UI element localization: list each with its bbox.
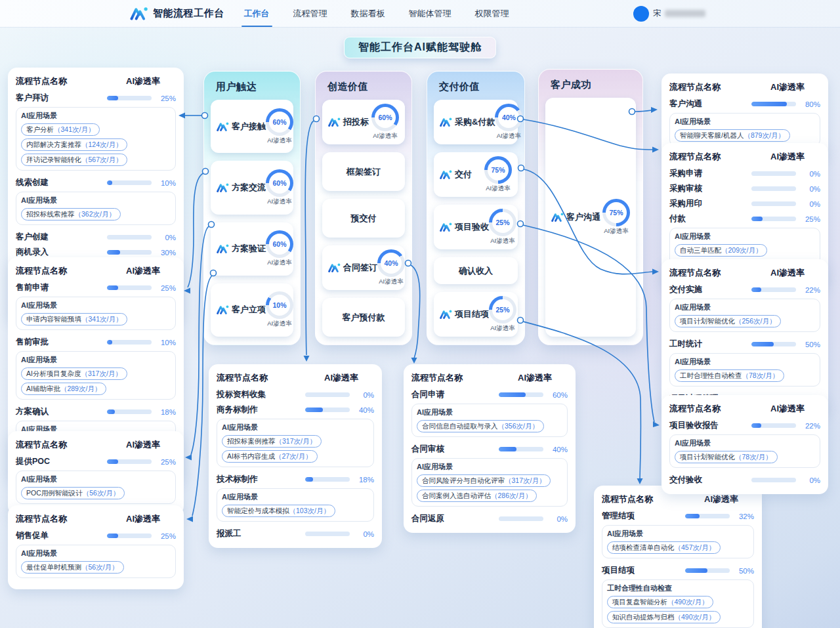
rate-bar-track xyxy=(751,186,796,191)
tag-name: 合同信息自动提取与录入 xyxy=(422,422,498,430)
tag-name: 项目复盘智能分析 xyxy=(612,598,667,606)
stage-card[interactable]: 预交付 xyxy=(322,199,405,238)
stage-card[interactable]: 交付75%AI渗透率 xyxy=(434,152,518,197)
progress-ring: 60% xyxy=(371,104,399,131)
rate-bar-fill xyxy=(685,514,700,518)
rate-percent: 25% xyxy=(156,458,176,466)
avatar[interactable] xyxy=(633,6,649,22)
process-node-row: 客户沟通80% xyxy=(669,96,820,112)
rate-bar-track xyxy=(107,235,152,240)
ai-scenario-tag[interactable]: 项目复盘智能分析（490次/月） xyxy=(607,596,713,608)
ring-label: AI渗透率 xyxy=(490,324,514,333)
ai-scenario-tags: POC用例智能设计（56次/月） xyxy=(21,487,171,499)
ai-scenario-tag[interactable]: 招投标线索推荐（362次/月） xyxy=(21,208,121,220)
tag-count: （209次/月） xyxy=(721,246,762,254)
tag-count: （317次/月） xyxy=(276,437,316,445)
node-name: 售前申请 xyxy=(16,282,49,293)
ai-scenario-tag[interactable]: 合同风险评分与自动化评审（317次/月） xyxy=(417,474,551,487)
rate-bar-fill xyxy=(751,423,761,428)
ai-scenario-tag[interactable]: 最佳促单时机预测（56次/月） xyxy=(21,561,124,574)
ai-scenario-tag[interactable]: 知识自动提炼与归档（490次/月） xyxy=(607,611,721,623)
stage-card[interactable]: 采购&付款40%AI渗透率 xyxy=(434,100,518,144)
ai-rate-column-label: AI渗透率 xyxy=(126,439,160,451)
ai-scenario-tag[interactable]: AI辅助审批（289次/月） xyxy=(21,383,106,395)
rate-percent: 50% xyxy=(801,341,820,348)
rate-bar-track xyxy=(107,285,152,290)
ai-scenario-box: AI应用场景AI分析项目复杂度（317次/月）AI辅助审批（289次/月） xyxy=(16,351,176,400)
ai-scenario-tag[interactable]: 合同案例入选自动评估（286次/月） xyxy=(417,490,537,502)
stage-column-2: 创造价值招投标60%AI渗透率框架签订预交付合同签订40%AI渗透率客户预付款 xyxy=(315,71,412,345)
node-name: 项目验收报告 xyxy=(669,420,719,431)
ai-scenario-tag[interactable]: AI标书内容生成（27次/月） xyxy=(222,450,318,463)
ai-scenario-box: AI应用场景智能聊天客服/机器人（879次/月） xyxy=(669,113,820,146)
node-name-column-label: 流程节点名称 xyxy=(602,493,653,505)
rate-percent: 18% xyxy=(156,408,176,416)
ai-scenario-tag[interactable]: 结项检查清单自动化（457次/月） xyxy=(607,541,721,554)
ai-scenario-tag[interactable]: 智能聊天客服/机器人（879次/月） xyxy=(675,129,790,142)
ring-percent: 75% xyxy=(491,166,505,174)
progress-ring: 10% xyxy=(266,291,293,319)
ai-scenario-tag[interactable]: 智能定价与成本模拟（103次/月） xyxy=(222,505,335,517)
ai-scenario-tag[interactable]: 项目计划智能优化（256次/月） xyxy=(675,315,781,327)
stage-card[interactable]: 方案交流60%AI渗透率 xyxy=(211,161,293,214)
ai-rate-column-label: AI渗透率 xyxy=(126,75,160,87)
process-node-row: 项目验收报告22% xyxy=(669,418,820,433)
stage-card[interactable]: 方案验证60%AI渗透率 xyxy=(211,222,293,276)
nav-tab-5[interactable]: 权限管理 xyxy=(475,0,509,27)
ai-rate-column-label: AI渗透率 xyxy=(126,265,160,277)
rate-percent: 0% xyxy=(801,185,820,193)
stage-card[interactable]: 招投标60%AI渗透率 xyxy=(322,100,405,144)
ai-scenario-tags: 项目计划智能优化（256次/月） xyxy=(675,315,815,327)
ai-scenario-label: AI应用场景 xyxy=(675,117,815,127)
nav-tab-3[interactable]: 数据看板 xyxy=(351,0,385,27)
rate-bar-track xyxy=(107,459,152,464)
ai-scenario-tag[interactable]: 客户分析（341次/月） xyxy=(21,123,100,136)
nav-tab-1[interactable]: 工作台 xyxy=(244,0,270,27)
process-node-row: 提供POC25% xyxy=(16,454,176,469)
stage-card-name: 招投标 xyxy=(343,116,369,128)
ai-scenario-label: AI应用场景 xyxy=(675,357,815,367)
ai-icon xyxy=(328,262,341,273)
ai-scenario-tag[interactable]: AI分析项目复杂度（317次/月） xyxy=(21,367,127,380)
ai-scenario-tag[interactable]: 合同信息自动提取与录入（356次/月） xyxy=(417,420,544,432)
process-node-row: 线索创建10% xyxy=(16,175,176,190)
stage-card[interactable]: 项目验收25%AI渗透率 xyxy=(434,205,518,249)
ai-icon xyxy=(328,117,341,127)
nav-tab-4[interactable]: 智能体管理 xyxy=(409,0,452,27)
nav-tab-2[interactable]: 流程管理 xyxy=(293,0,327,27)
process-node-row: 付款25% xyxy=(669,211,820,226)
tag-count: （317次/月） xyxy=(505,476,545,484)
rate-percent: 18% xyxy=(354,476,374,484)
rate-percent: 0% xyxy=(801,476,820,484)
ai-scenario-tag[interactable]: 招投标案例推荐（317次/月） xyxy=(222,435,322,448)
stage-card[interactable]: 确认收入 xyxy=(434,257,518,284)
detail-panel-11: 流程节点名称AI渗透率项目验收报告22%AI应用场景项目计划智能优化（78次/月… xyxy=(662,395,828,494)
ai-scenario-tag[interactable]: 申请内容智能预填（341次/月） xyxy=(21,313,127,325)
stage-card[interactable]: 项目结项25%AI渗透率 xyxy=(434,292,518,337)
ai-scenario-tag[interactable]: 内部解决方案推荐（124次/月） xyxy=(21,138,127,151)
stage-card-ring-wrap: 40%AI渗透率 xyxy=(495,104,522,140)
ai-scenario-tag[interactable]: POC用例智能设计（56次/月） xyxy=(21,487,125,499)
stage-card[interactable]: 客户立项10%AI渗透率 xyxy=(211,283,293,337)
stage-card[interactable]: 合同签订40%AI渗透率 xyxy=(322,245,405,290)
process-node-row: 售前审批10% xyxy=(16,335,176,350)
ai-scenario-tag[interactable]: 自动三单匹配（209次/月） xyxy=(675,244,767,257)
rate-percent: 0% xyxy=(156,234,176,241)
node-name-column-label: 流程节点名称 xyxy=(217,372,268,384)
tag-count: （362次/月） xyxy=(75,210,116,218)
ai-scenario-tag[interactable]: 工时合理性自动检查（78次/月） xyxy=(675,369,784,382)
ai-scenario-label: AI应用场景 xyxy=(21,111,171,121)
ai-scenario-tag[interactable]: 拜访记录智能转化（567次/月） xyxy=(21,154,127,166)
stage-card[interactable]: 客户接触60%AI渗透率 xyxy=(211,100,293,153)
stage-card[interactable]: 客户预付款 xyxy=(322,298,405,337)
stage-column-title: 创造价值 xyxy=(322,78,405,100)
panel-header: 流程节点名称AI渗透率 xyxy=(16,265,176,277)
tag-count: （103次/月） xyxy=(289,507,330,514)
detail-panel-6: 流程节点名称AI渗透率合同申请60%AI应用场景合同信息自动提取与录入（356次… xyxy=(404,364,576,533)
ai-scenario-tag[interactable]: 项目计划智能优化（78次/月） xyxy=(675,451,778,463)
stage-card[interactable]: 客户沟通75%AI渗透率 xyxy=(545,98,636,337)
stage-card-name: 客户沟通 xyxy=(566,211,600,223)
stage-card[interactable]: 框架签订 xyxy=(322,152,405,191)
user-menu[interactable]: 宋 xyxy=(633,6,705,22)
ai-scenario-label: AI应用场景 xyxy=(21,474,171,484)
